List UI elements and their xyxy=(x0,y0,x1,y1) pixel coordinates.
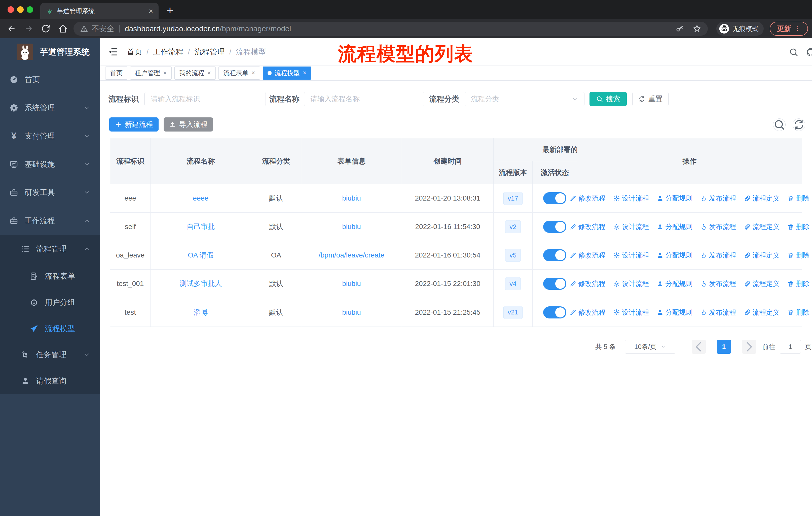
prev-page-button[interactable] xyxy=(692,340,706,354)
goto-page-input[interactable]: 1 xyxy=(780,340,801,354)
tag-close-icon[interactable]: × xyxy=(207,69,211,77)
form-info-link[interactable]: biubiu xyxy=(342,280,361,288)
tag-我的流程[interactable]: 我的流程× xyxy=(174,66,216,80)
version-badge[interactable]: v2 xyxy=(505,220,521,233)
browser-update-button[interactable]: 更新 xyxy=(770,22,808,36)
browser-tab[interactable]: 芋道管理系统 × xyxy=(40,3,158,19)
action-delete-link[interactable]: 删除 xyxy=(787,251,810,260)
action-edit-link[interactable]: 修改流程 xyxy=(570,279,606,288)
action-publish-link[interactable]: 发布流程 xyxy=(700,308,736,317)
breadcrumb-workflow[interactable]: 工作流程 xyxy=(153,47,183,57)
form-info-link[interactable]: /bpm/oa/leave/create xyxy=(319,251,385,259)
menu-dots-icon[interactable] xyxy=(794,25,801,32)
sidebar-item-workflow[interactable]: 工作流程 xyxy=(0,207,100,235)
action-delete-link[interactable]: 删除 xyxy=(787,222,810,231)
tag-close-icon[interactable]: × xyxy=(163,69,167,77)
new-tab-button[interactable]: + xyxy=(167,3,173,17)
key-icon[interactable] xyxy=(675,24,684,33)
action-design-link[interactable]: 设计流程 xyxy=(613,251,649,260)
active-toggle[interactable] xyxy=(543,249,566,261)
sidebar-collapse-icon[interactable] xyxy=(108,47,118,57)
process-name-input[interactable] xyxy=(304,92,424,106)
sidebar-item-process-mgmt[interactable]: 流程管理 xyxy=(0,235,100,263)
page-size-select[interactable]: 10条/页 xyxy=(625,340,675,354)
app-logo[interactable]: 芋道管理系统 xyxy=(0,38,100,65)
process-name-link[interactable]: 自己审批 xyxy=(187,222,215,232)
current-page-button[interactable]: 1 xyxy=(717,340,731,354)
action-assign-rule-link[interactable]: 分配规则 xyxy=(657,279,693,288)
window-minimize-button[interactable] xyxy=(17,6,24,13)
sidebar-item-process-form[interactable]: 流程表单 xyxy=(0,263,100,289)
action-publish-link[interactable]: 发布流程 xyxy=(700,194,736,203)
action-definition-link[interactable]: 流程定义 xyxy=(744,251,780,260)
bookmark-star-icon[interactable] xyxy=(693,24,701,33)
forward-icon[interactable] xyxy=(24,24,33,33)
create-process-button[interactable]: 新建流程 xyxy=(109,117,158,132)
tag-close-icon[interactable]: × xyxy=(303,69,307,77)
sidebar-item-task-mgmt[interactable]: 任务管理 xyxy=(0,342,100,368)
action-edit-link[interactable]: 修改流程 xyxy=(570,222,606,231)
tag-租户管理[interactable]: 租户管理× xyxy=(130,66,172,80)
version-badge[interactable]: v5 xyxy=(505,249,521,262)
action-assign-rule-link[interactable]: 分配规则 xyxy=(657,251,693,260)
process-key-input[interactable] xyxy=(144,92,266,106)
process-name-link[interactable]: 测试多审批人 xyxy=(180,279,222,289)
window-zoom-button[interactable] xyxy=(27,6,33,13)
breadcrumb-home[interactable]: 首页 xyxy=(127,47,142,57)
github-icon[interactable] xyxy=(806,47,812,57)
version-badge[interactable]: v4 xyxy=(505,277,521,290)
action-delete-link[interactable]: 删除 xyxy=(787,194,810,203)
next-page-button[interactable] xyxy=(742,340,756,354)
sidebar-item-system[interactable]: 系统管理 xyxy=(0,94,100,122)
tag-流程表单[interactable]: 流程表单× xyxy=(219,66,260,80)
action-publish-link[interactable]: 发布流程 xyxy=(700,222,736,231)
action-delete-link[interactable]: 删除 xyxy=(787,279,810,288)
action-assign-rule-link[interactable]: 分配规则 xyxy=(657,222,693,231)
active-toggle[interactable] xyxy=(543,192,566,204)
sidebar-item-user-group[interactable]: 用户分组 xyxy=(0,289,100,316)
reset-button[interactable]: 重置 xyxy=(632,92,669,106)
action-assign-rule-link[interactable]: 分配规则 xyxy=(657,308,693,317)
action-definition-link[interactable]: 流程定义 xyxy=(744,279,780,288)
action-design-link[interactable]: 设计流程 xyxy=(613,222,649,231)
process-name-link[interactable]: OA 请假 xyxy=(188,250,214,260)
action-design-link[interactable]: 设计流程 xyxy=(613,279,649,288)
process-name-link[interactable]: eeee xyxy=(193,194,208,202)
window-close-button[interactable] xyxy=(7,6,14,13)
action-design-link[interactable]: 设计流程 xyxy=(613,194,649,203)
breadcrumb-process-mgmt[interactable]: 流程管理 xyxy=(195,47,225,57)
active-toggle[interactable] xyxy=(543,306,566,319)
action-definition-link[interactable]: 流程定义 xyxy=(744,222,780,231)
action-definition-link[interactable]: 流程定义 xyxy=(744,194,780,203)
tag-流程模型[interactable]: 流程模型× xyxy=(263,66,311,80)
search-button[interactable]: 搜索 xyxy=(589,92,627,106)
category-select[interactable]: 流程分类 xyxy=(465,92,584,106)
sidebar-item-home[interactable]: 首页 xyxy=(0,65,100,94)
active-toggle[interactable] xyxy=(543,278,566,290)
action-design-link[interactable]: 设计流程 xyxy=(613,308,649,317)
import-process-button[interactable]: 导入流程 xyxy=(164,117,213,132)
tab-close-icon[interactable]: × xyxy=(148,7,153,15)
process-name-link[interactable]: 滔博 xyxy=(194,308,208,317)
back-icon[interactable] xyxy=(7,24,16,33)
action-publish-link[interactable]: 发布流程 xyxy=(700,251,736,260)
header-search-icon[interactable] xyxy=(789,47,799,57)
refresh-table-button[interactable] xyxy=(793,118,805,131)
sidebar-item-leave-query[interactable]: 请假查询 xyxy=(0,368,100,394)
home-icon[interactable] xyxy=(58,24,67,33)
version-badge[interactable]: v17 xyxy=(503,192,523,205)
action-assign-rule-link[interactable]: 分配规则 xyxy=(657,194,693,203)
sidebar-item-payment[interactable]: ¥支付管理 xyxy=(0,122,100,150)
action-edit-link[interactable]: 修改流程 xyxy=(570,251,606,260)
sidebar-item-process-model[interactable]: 流程模型 xyxy=(0,316,100,342)
address-bar[interactable]: 不安全 dashboard.yudao.iocoder.cn /bpm/mana… xyxy=(74,22,708,36)
form-info-link[interactable]: biubiu xyxy=(342,194,361,202)
action-edit-link[interactable]: 修改流程 xyxy=(570,308,606,317)
toggle-search-button[interactable] xyxy=(773,118,786,131)
action-edit-link[interactable]: 修改流程 xyxy=(570,194,606,203)
action-publish-link[interactable]: 发布流程 xyxy=(700,279,736,288)
form-info-link[interactable]: biubiu xyxy=(342,308,361,317)
sidebar-item-dev-tools[interactable]: 研发工具 xyxy=(0,179,100,207)
action-delete-link[interactable]: 删除 xyxy=(787,308,810,317)
action-definition-link[interactable]: 流程定义 xyxy=(744,308,780,317)
